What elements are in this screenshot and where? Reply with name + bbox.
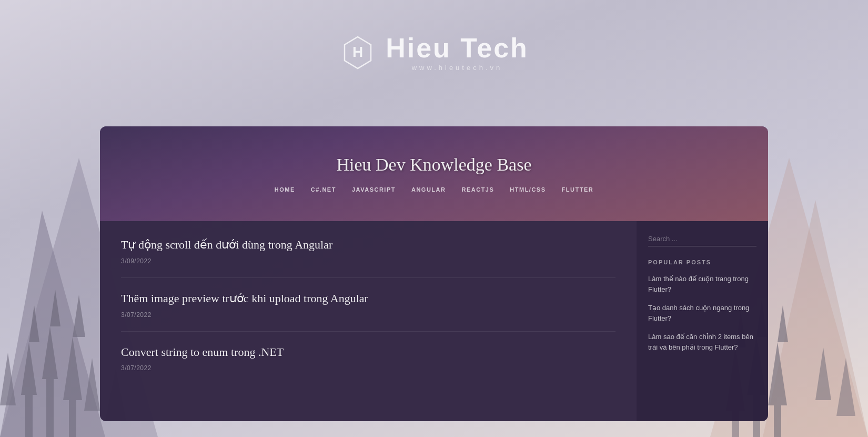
posts-area: Tự động scroll đến dưới dùng trong Angul… bbox=[100, 221, 637, 421]
header: H Hieu Tech www.hieutech.vn bbox=[0, 0, 868, 105]
svg-rect-26 bbox=[774, 405, 781, 437]
post-title[interactable]: Convert string to enum trong .NET bbox=[121, 344, 615, 361]
post-date: 3/09/2022 bbox=[121, 257, 615, 265]
popular-posts-list: Làm thế nào để cuộn trang trong Flutter?… bbox=[648, 274, 756, 352]
post-item: Tự động scroll đến dưới dùng trong Angul… bbox=[121, 237, 615, 278]
logo-title: Hieu Tech bbox=[386, 34, 529, 62]
logo-container: H Hieu Tech www.hieutech.vn bbox=[339, 34, 529, 72]
nav-bar: HOMEC#.NETJAVASCRIPTANGULARREACTJSHTML/C… bbox=[275, 186, 593, 193]
nav-item-angular[interactable]: ANGULAR bbox=[411, 186, 446, 193]
post-title[interactable]: Thêm image preview trước khi upload tron… bbox=[121, 291, 615, 307]
card-header: Hieu Dev Knowledge Base HOMEC#.NETJAVASC… bbox=[100, 126, 768, 221]
post-item: Convert string to enum trong .NET3/07/20… bbox=[121, 344, 615, 385]
nav-item-cnet[interactable]: C#.NET bbox=[311, 186, 336, 193]
popular-post-item[interactable]: Làm thế nào để cuộn trang trong Flutter? bbox=[648, 274, 756, 294]
logo-icon: H bbox=[339, 34, 376, 71]
card-body: Tự động scroll đến dưới dùng trong Angul… bbox=[100, 221, 768, 421]
nav-item-reactjs[interactable]: REACTJS bbox=[461, 186, 494, 193]
popular-posts-label: POPULAR POSTS bbox=[648, 259, 756, 265]
logo-text: Hieu Tech www.hieutech.vn bbox=[386, 34, 529, 72]
nav-item-htmlcss[interactable]: HTML/CSS bbox=[510, 186, 546, 193]
nav-item-home[interactable]: HOME bbox=[275, 186, 295, 193]
svg-rect-11 bbox=[25, 395, 33, 437]
sidebar: POPULAR POSTS Làm thế nào để cuộn trang … bbox=[637, 221, 768, 421]
svg-rect-13 bbox=[69, 400, 76, 437]
search-input[interactable] bbox=[648, 232, 756, 246]
post-date: 3/07/2022 bbox=[121, 311, 615, 319]
logo-url: www.hieutech.vn bbox=[386, 64, 529, 72]
post-date: 3/07/2022 bbox=[121, 364, 615, 372]
site-title: Hieu Dev Knowledge Base bbox=[336, 155, 531, 175]
nav-item-flutter[interactable]: FLUTTER bbox=[562, 186, 594, 193]
main-card: Hieu Dev Knowledge Base HOMEC#.NETJAVASC… bbox=[100, 126, 768, 421]
popular-post-title: Tạo danh sách cuộn ngang trong Flutter? bbox=[648, 303, 756, 323]
post-title[interactable]: Tự động scroll đến dưới dùng trong Angul… bbox=[121, 237, 615, 253]
nav-item-javascript[interactable]: JAVASCRIPT bbox=[352, 186, 396, 193]
popular-post-item[interactable]: Tạo danh sách cuộn ngang trong Flutter? bbox=[648, 303, 756, 323]
popular-post-title: Làm sao để căn chỉnh 2 items bên trái và… bbox=[648, 332, 756, 352]
popular-post-title: Làm thế nào để cuộn trang trong Flutter? bbox=[648, 274, 756, 294]
popular-post-item[interactable]: Làm sao để căn chỉnh 2 items bên trái và… bbox=[648, 332, 756, 352]
svg-text:H: H bbox=[352, 44, 363, 60]
post-item: Thêm image preview trước khi upload tron… bbox=[121, 291, 615, 332]
svg-rect-12 bbox=[46, 379, 54, 437]
